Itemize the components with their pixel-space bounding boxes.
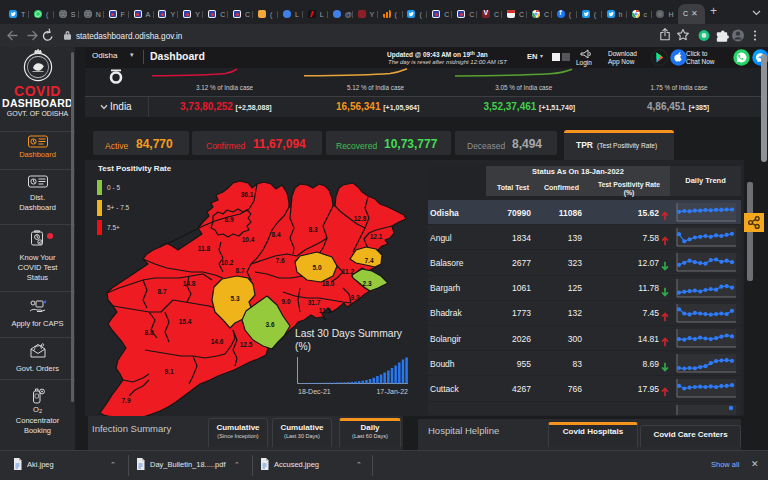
svg-text:18-Dec-21: 18-Dec-21 [298, 388, 331, 395]
svg-text:statedashboard.odisha.gov.in: statedashboard.odisha.gov.in [76, 32, 183, 41]
svg-text:5.0: 5.0 [312, 264, 321, 271]
svg-text:15.4: 15.4 [179, 318, 192, 325]
svg-text:10.2: 10.2 [221, 259, 234, 266]
svg-text:2.3: 2.3 [362, 280, 371, 287]
svg-text:12.1: 12.1 [370, 233, 383, 240]
svg-text:8.3: 8.3 [308, 226, 317, 233]
svg-text:14.6: 14.6 [211, 338, 224, 345]
svg-text:18.0: 18.0 [322, 280, 335, 287]
svg-text:7.4: 7.4 [364, 257, 373, 264]
svg-text:36.1: 36.1 [241, 191, 254, 198]
svg-text:8.7: 8.7 [157, 288, 166, 295]
svg-text:7.9: 7.9 [121, 397, 130, 404]
svg-text:3.6: 3.6 [265, 321, 274, 328]
svg-text:11.8: 11.8 [198, 245, 211, 252]
svg-text:10.4: 10.4 [242, 236, 255, 243]
svg-text:14.8: 14.8 [183, 280, 196, 287]
svg-text:8.7: 8.7 [235, 267, 244, 274]
svg-text:8.8: 8.8 [144, 329, 153, 336]
svg-text:11.2: 11.2 [342, 268, 355, 275]
svg-text:9.3: 9.3 [350, 294, 359, 301]
svg-text:12.5: 12.5 [240, 341, 253, 348]
svg-text:9.0: 9.0 [281, 298, 290, 305]
svg-text:8.9: 8.9 [224, 216, 233, 223]
svg-text:7.6: 7.6 [275, 257, 284, 264]
svg-text:8.4: 8.4 [271, 231, 280, 238]
svg-text:9.1: 9.1 [164, 368, 173, 375]
svg-text:12.8: 12.8 [354, 215, 367, 222]
svg-text:5.3: 5.3 [230, 295, 239, 302]
svg-text:17-Jan-22: 17-Jan-22 [376, 388, 408, 395]
svg-text:31.7: 31.7 [308, 299, 321, 306]
svg-text:11.1: 11.1 [319, 307, 332, 314]
